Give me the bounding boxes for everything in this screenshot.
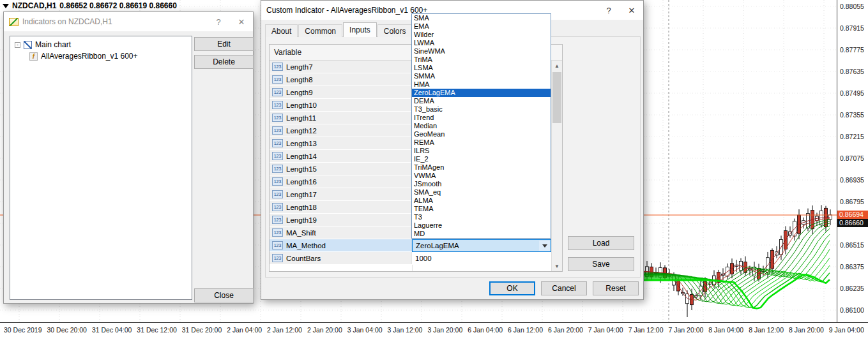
param-name-label: Length12 [286,127,317,135]
edit-button[interactable]: Edit [194,37,254,51]
bid-price-tag: 0.86660 [837,219,868,227]
price-axis[interactable]: 0.880550.879150.877750.876350.874950.873… [837,0,868,322]
delete-button[interactable]: Delete [194,55,254,69]
dropdown-item[interactable]: T3_basic [412,105,551,114]
indicators-dialog: Indicators on NZDCAD,H1 ? ✕ - Main chart… [3,11,254,304]
param-name-label: MA_Method [286,242,326,249]
dropdown-item[interactable]: T3 [412,213,551,221]
dropdown-item[interactable]: REMA [412,138,551,147]
reset-button[interactable]: Reset [593,281,639,295]
ma-method-dropdown-list[interactable]: SMAEMAWilderLWMASineWMATriMALSMASMMAHMAZ… [411,13,551,239]
countbars-row[interactable]: 123 CountBars 1000 [270,252,551,265]
dropdown-item[interactable]: DEMA [412,97,551,105]
tab-item[interactable]: About [265,24,298,37]
numeric-param-icon: 123 [272,139,283,147]
dropdown-item[interactable]: ITrend [412,114,551,122]
dropdown-item[interactable]: VWMA [412,172,551,180]
time-label: 8 Jan 20:00 [789,326,824,342]
time-label: 7 Jan 12:00 [628,326,664,342]
dropdown-item[interactable]: ILRS [412,147,551,155]
numeric-param-icon: 123 [272,63,283,71]
time-label: 31 Dec 20:00 [182,326,222,342]
numeric-param-icon: 123 [272,165,283,173]
param-name-label: Length11 [286,114,316,122]
tree-item-main-chart[interactable]: - Main chart [10,39,192,50]
time-label: 7 Jan 20:00 [668,326,703,342]
dropdown-item[interactable]: Laguerre [412,221,551,230]
time-label: 30 Dec 2019 [4,326,42,342]
dropdown-item[interactable]: TriMAgen [412,163,551,172]
price-label: 0.87775 [840,39,868,61]
scroll-up-button[interactable]: ▲ [552,61,562,71]
cancel-button[interactable]: Cancel [541,281,587,295]
dropdown-item[interactable]: TEMA [412,205,551,213]
numeric-param-icon: 123 [272,177,283,186]
ask-price-tag: 0.86694 [837,211,868,219]
help-button[interactable]: ? [207,12,230,31]
tree-item-indicator-label: AllAveragesRibbon_v1 600+ [41,52,138,61]
countbars-value[interactable]: 1000 [412,252,551,264]
param-name-label: Length17 [286,191,317,198]
time-label: 8 Jan 04:00 [708,326,743,342]
price-label: 0.86235 [840,278,868,299]
price-label: 0.86515 [840,234,868,256]
indicators-dialog-titlebar[interactable]: Indicators on NZDCAD,H1 ? ✕ [4,12,253,31]
dropdown-item[interactable]: TriMA [412,56,551,64]
numeric-param-icon: 123 [272,216,283,224]
tree-item-indicator[interactable]: f AllAveragesRibbon_v1 600+ [10,50,192,62]
price-label: 0.86795 [840,191,868,212]
tree-collapse-icon[interactable]: - [15,42,20,48]
dropdown-item[interactable]: ALMA [412,197,551,205]
dropdown-item[interactable]: ZeroLagEMA [412,89,551,97]
dropdown-item[interactable]: Wilder [412,31,551,39]
param-name-label: Length15 [286,165,317,173]
numeric-param-icon: 123 [272,101,283,109]
tab-item[interactable]: Inputs [343,22,377,37]
ma-method-row[interactable]: 123 MA_Method ZeroLagEMA [270,239,551,252]
vertical-scrollbar[interactable]: ▲ ▼ [551,61,562,271]
dropdown-item[interactable]: EMA [412,22,551,31]
custom-indicator-dialog: Custom Indicator - AllAveragesRibbon_v1 … [261,0,644,300]
scrollbar-thumb[interactable] [552,72,561,123]
dropdown-item[interactable]: LWMA [412,39,551,47]
scroll-down-button[interactable]: ▼ [552,261,562,271]
tab-item[interactable]: Colors [377,24,413,37]
numeric-param-icon: 123 [272,114,283,122]
param-name-label: Length9 [286,89,313,96]
ma-method-combobox[interactable]: ZeroLagEMA [412,239,551,252]
dropdown-item[interactable]: JSmooth [412,180,551,188]
price-label: 0.87915 [840,17,868,39]
dropdown-item[interactable]: SMA [412,14,551,22]
dropdown-item[interactable]: GeoMean [412,130,551,138]
dropdown-item[interactable]: Median [412,122,551,130]
close-x-button[interactable]: ✕ [230,12,253,31]
indicators-tree[interactable]: - Main chart f AllAveragesRibbon_v1 600+ [10,36,192,300]
time-label: 7 Jan 04:00 [588,326,623,342]
help-button[interactable]: ? [597,1,620,20]
price-label: 0.87355 [840,104,868,126]
param-name-label: Length14 [286,152,317,160]
numeric-param-icon: 123 [272,75,283,84]
time-axis[interactable]: 30 Dec 201930 Dec 20:0031 Dec 04:0031 De… [0,322,868,342]
close-x-button[interactable]: ✕ [620,1,643,20]
tab-item[interactable]: Common [298,24,342,37]
load-button[interactable]: Load [568,236,634,250]
dropdown-item[interactable]: MD [412,230,551,238]
indicators-dialog-title: Indicators on NZDCAD,H1 [22,17,207,26]
dropdown-item[interactable]: LSMA [412,64,551,72]
price-label: 0.87635 [840,61,868,82]
close-button[interactable]: Close [194,288,254,302]
ohlc-quotes-label: 0.86652 0.86672 0.86619 0.86660 [59,1,177,10]
dropdown-item[interactable]: SMA_eq [412,188,551,197]
save-button[interactable]: Save [568,257,634,271]
dropdown-item[interactable]: SineWMA [412,47,551,56]
dropdown-item[interactable]: HMA [412,80,551,89]
ok-button[interactable]: OK [489,281,535,295]
price-label: 0.86375 [840,256,868,278]
combobox-chevron-button[interactable] [539,241,550,251]
numeric-param-icon: 123 [272,126,283,135]
dropdown-item[interactable]: IE_2 [412,155,551,163]
time-label: 2 Jan 04:00 [227,326,262,342]
combobox-value: ZeroLagEMA [416,242,459,249]
dropdown-item[interactable]: SMMA [412,72,551,80]
